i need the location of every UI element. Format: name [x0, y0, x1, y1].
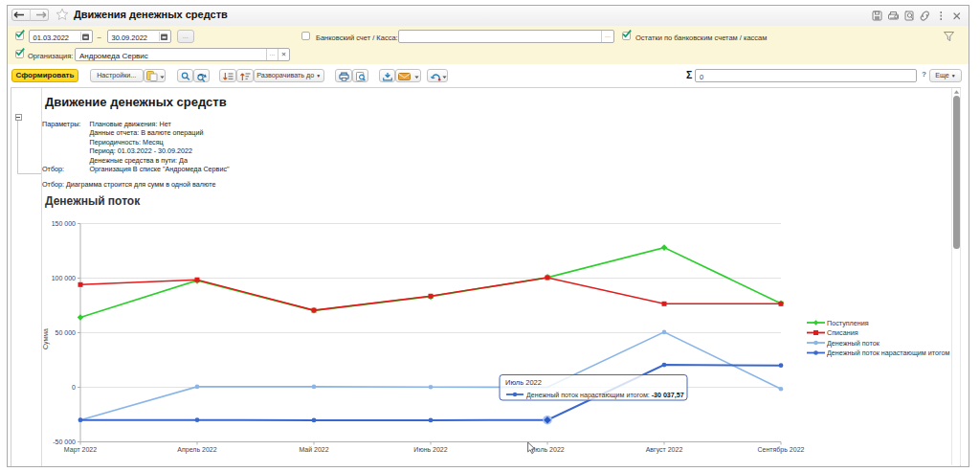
svg-text:Апрель 2022: Апрель 2022	[177, 446, 216, 454]
svg-text:Июнь 2022: Июнь 2022	[413, 446, 447, 453]
svg-text:Сумма: Сумма	[42, 328, 50, 349]
svg-text:Август 2022: Август 2022	[646, 446, 683, 454]
svg-text:Списания: Списания	[827, 328, 858, 337]
svg-text:Май 2022: Май 2022	[299, 446, 328, 453]
svg-text:Поступления: Поступления	[827, 319, 869, 327]
svg-text:Денежный поток нарастающим ито: Денежный поток нарастающим итогом	[827, 348, 949, 357]
svg-text:150 000: 150 000	[52, 220, 76, 227]
svg-text:100 000: 100 000	[52, 275, 76, 281]
svg-text:50 000: 50 000	[56, 329, 77, 336]
svg-text:Денежный поток: Денежный поток	[827, 339, 880, 348]
svg-text:Июль 2022: Июль 2022	[530, 446, 564, 453]
svg-text:Март 2022: Март 2022	[64, 446, 97, 454]
svg-text:Сентябрь 2022: Сентябрь 2022	[758, 446, 805, 454]
svg-text:0: 0	[72, 384, 76, 391]
svg-text:-50 000: -50 000	[53, 438, 76, 445]
svg-text:Денежный поток нарастающим ито: Денежный поток нарастающим итогом: -30 0…	[526, 392, 684, 399]
svg-text:Июль 2022: Июль 2022	[505, 378, 542, 387]
